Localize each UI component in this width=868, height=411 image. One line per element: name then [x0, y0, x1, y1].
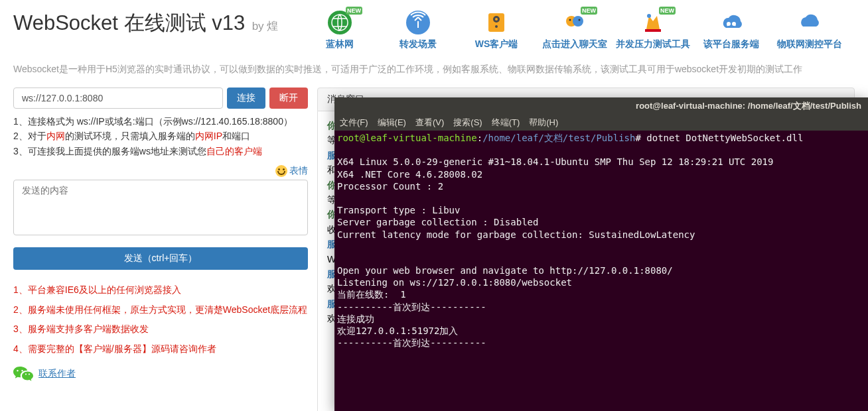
nav-label: 点击进入聊天室	[542, 38, 607, 50]
nav-item-3[interactable]: NEW点击进入聊天室	[543, 9, 607, 50]
nav-icon	[483, 9, 510, 36]
svg-point-8	[569, 19, 571, 21]
svg-point-5	[495, 25, 498, 28]
svg-point-7	[573, 16, 583, 27]
connect-button[interactable]: 连接	[227, 88, 265, 109]
page-author: by 煌	[252, 20, 279, 32]
new-badge: NEW	[581, 7, 597, 15]
ws-url-input[interactable]	[13, 88, 223, 109]
page-title: WebSocket 在线测试 v13	[13, 11, 245, 34]
nav-item-5[interactable]: 该平台服务端	[699, 9, 763, 50]
emoji-button[interactable]: 表情	[13, 165, 308, 177]
nav-item-6[interactable]: 物联网测控平台	[778, 9, 841, 50]
send-button[interactable]: 发送（ctrl+回车）	[13, 247, 308, 270]
terminal-menu-item[interactable]: 搜索(S)	[453, 117, 482, 127]
svg-point-4	[495, 18, 498, 21]
contact-author-link[interactable]: 联系作者	[38, 368, 76, 380]
nav-label: 蓝林网	[326, 38, 354, 50]
nav-label: 转发场景	[399, 38, 437, 50]
nav-label: 并发压力测试工具	[616, 38, 690, 50]
new-badge: NEW	[659, 7, 676, 15]
terminal-titlebar: root@leaf-virtual-machine: /home/leaf/文档…	[334, 97, 868, 115]
terminal-menubar[interactable]: 文件(F)编辑(E)查看(V)搜索(S)终端(T)帮助(H)	[334, 115, 868, 131]
page-description: Websocket是一种用于H5浏览器的实时通讯协议，可以做到数据的实时推送，可…	[0, 54, 868, 88]
smiley-icon	[275, 165, 287, 177]
terminal-menu-item[interactable]: 查看(V)	[415, 117, 444, 127]
terminal-menu-item[interactable]: 文件(F)	[340, 117, 368, 127]
disconnect-button[interactable]: 断开	[269, 88, 308, 109]
platform-notes: 1、平台兼容IE6及以上的任何浏览器接入 2、服务端未使用任何框架，原生方式实现…	[13, 280, 308, 359]
terminal-window[interactable]: root@leaf-virtual-machine: /home/leaf/文档…	[334, 97, 868, 411]
nav-item-2[interactable]: WS客户端	[465, 9, 528, 50]
terminal-menu-item[interactable]: 编辑(E)	[378, 117, 406, 127]
terminal-body: root@leaf-virtual-machine:/home/leaf/文档/…	[334, 131, 868, 350]
nav-label: WS客户端	[475, 38, 518, 50]
nav-item-0[interactable]: NEW蓝林网	[308, 9, 372, 50]
svg-point-11	[647, 14, 651, 18]
terminal-menu-item[interactable]: 帮助(H)	[529, 117, 558, 127]
nav-icon	[405, 9, 431, 36]
nav-item-4[interactable]: NEW并发压力测试工具	[621, 9, 685, 50]
svg-point-9	[579, 19, 581, 21]
nav-icon	[796, 9, 823, 36]
message-input[interactable]	[13, 180, 308, 235]
svg-rect-10	[645, 29, 661, 32]
wechat-icon	[13, 365, 33, 382]
nav-label: 该平台服务端	[703, 38, 759, 50]
nav-icon	[718, 9, 745, 36]
connection-tips: 1、连接格式为 ws://IP或域名:端口（示例ws://121.40.165.…	[13, 114, 308, 158]
nav-item-1[interactable]: 转发场景	[386, 9, 450, 50]
terminal-menu-item[interactable]: 终端(T)	[492, 117, 520, 127]
new-badge: NEW	[346, 7, 362, 15]
nav-label: 物联网测控平台	[777, 38, 842, 50]
